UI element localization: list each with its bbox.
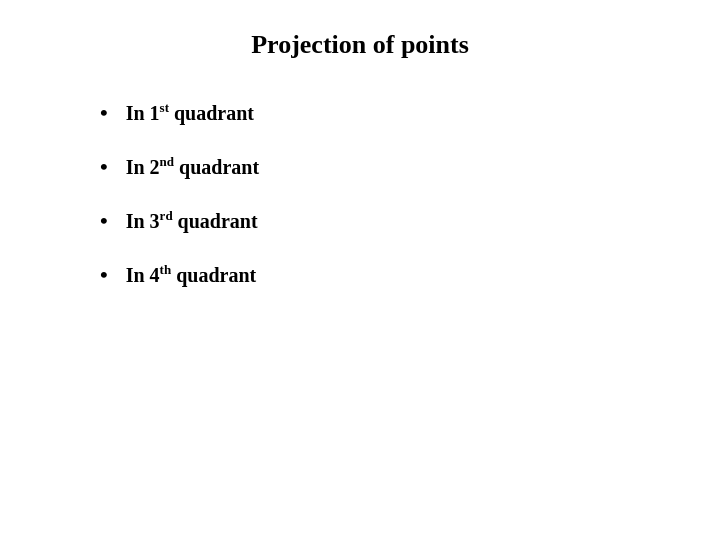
bullet-dot-1: • xyxy=(100,100,108,126)
item-text-3: In 3rd quadrant xyxy=(126,208,258,233)
list-item: • In 3rd quadrant xyxy=(100,208,680,234)
list-item: • In 1st quadrant xyxy=(100,100,680,126)
page: Projection of points • In 1st quadrant •… xyxy=(0,0,720,540)
bullet-dot-3: • xyxy=(100,208,108,234)
bullet-dot-4: • xyxy=(100,262,108,288)
item-text-4: In 4th quadrant xyxy=(126,262,257,287)
page-title: Projection of points xyxy=(40,30,680,60)
bullet-list: • In 1st quadrant • In 2nd quadrant • In… xyxy=(40,100,680,288)
list-item: • In 2nd quadrant xyxy=(100,154,680,180)
list-item: • In 4th quadrant xyxy=(100,262,680,288)
bullet-dot-2: • xyxy=(100,154,108,180)
item-text-2: In 2nd quadrant xyxy=(126,154,259,179)
item-text-1: In 1st quadrant xyxy=(126,100,254,125)
